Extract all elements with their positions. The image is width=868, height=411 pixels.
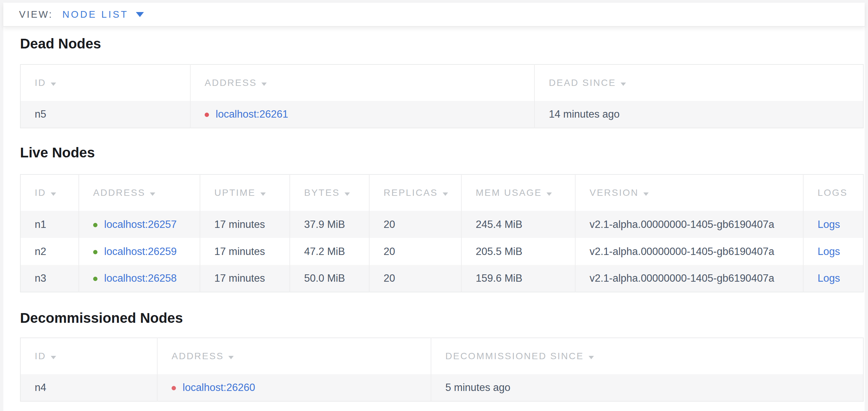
dead-nodes-title: Dead Nodes <box>20 35 850 52</box>
replicas-cell: 20 <box>369 238 461 265</box>
decommissioned-nodes-title: Decommissioned Nodes <box>20 310 850 326</box>
column-header-label: ID <box>35 351 46 361</box>
column-header-label: ADDRESS <box>172 351 224 361</box>
node-address-link[interactable]: localhost:26257 <box>104 218 177 230</box>
column-header-label: DEAD SINCE <box>549 78 616 88</box>
column-header-label: MEM USAGE <box>476 187 542 198</box>
mem-usage-cell: 205.5 MiB <box>461 238 575 265</box>
sort-arrow-icon <box>51 356 56 359</box>
view-bar: VIEW: NODE LIST <box>3 3 865 27</box>
bytes-cell: 47.2 MiB <box>290 238 369 265</box>
version-cell: v2.1-alpha.00000000-1405-gb6190407a <box>575 238 803 265</box>
status-dot-icon <box>93 223 97 227</box>
sort-arrow-icon <box>443 193 448 196</box>
view-label: VIEW: <box>19 9 53 20</box>
live-nodes-title: Live Nodes <box>20 144 850 161</box>
node-address-cell: localhost:26257 <box>79 211 200 238</box>
status-dot-icon <box>93 277 97 281</box>
column-header-address[interactable]: ADDRESS <box>190 64 534 101</box>
column-header-label: DECOMMISSIONED SINCE <box>445 351 584 361</box>
sort-arrow-icon <box>643 193 649 196</box>
table-row: n5 localhost:26261 14 minutes ago <box>20 101 863 128</box>
bytes-cell: 50.0 MiB <box>290 265 369 292</box>
table-row: n3 localhost:26258 17 minutes 50.0 MiB 2… <box>20 265 863 292</box>
logs-link[interactable]: Logs <box>817 218 840 230</box>
node-address-link[interactable]: localhost:26260 <box>183 382 255 393</box>
node-id-cell: n4 <box>20 374 157 401</box>
sort-arrow-icon <box>150 193 155 196</box>
sort-arrow-icon <box>51 83 56 86</box>
node-id-cell: n1 <box>20 211 79 238</box>
logs-link[interactable]: Logs <box>817 245 840 257</box>
version-cell: v2.1-alpha.00000000-1405-gb6190407a <box>575 265 803 292</box>
status-dot-icon <box>205 113 209 117</box>
logs-link[interactable]: Logs <box>817 272 840 284</box>
table-row: n2 localhost:26259 17 minutes 47.2 MiB 2… <box>20 238 863 265</box>
column-header-label: BYTES <box>304 187 340 198</box>
node-address-link[interactable]: localhost:26261 <box>216 108 288 120</box>
uptime-cell: 17 minutes <box>200 211 290 238</box>
view-dropdown-value: NODE LIST <box>62 9 128 20</box>
column-header-dead-since[interactable]: DEAD SINCE <box>534 64 863 101</box>
version-cell: v2.1-alpha.00000000-1405-gb6190407a <box>575 211 803 238</box>
column-header-bytes[interactable]: BYTES <box>290 174 369 211</box>
column-header-label: ADDRESS <box>205 78 257 88</box>
table-header-row: ID ADDRESS DECOMMISSIONED SINCE <box>20 338 863 374</box>
sort-arrow-icon <box>344 193 350 196</box>
node-address-cell: localhost:26259 <box>79 238 200 265</box>
column-header-label: UPTIME <box>214 187 256 198</box>
decommissioned-since-cell: 5 minutes ago <box>431 374 863 401</box>
node-address-cell: localhost:26260 <box>157 374 431 401</box>
node-list-content: Dead Nodes ID ADDRESS DEAD SINCE n5 loca… <box>3 35 865 402</box>
node-address-link[interactable]: localhost:26259 <box>104 245 177 257</box>
column-header-address[interactable]: ADDRESS <box>157 338 431 374</box>
sort-arrow-icon <box>228 356 234 359</box>
logs-cell: Logs <box>803 238 863 265</box>
status-dot-icon <box>93 250 97 254</box>
column-header-uptime[interactable]: UPTIME <box>200 174 290 211</box>
node-address-link[interactable]: localhost:26258 <box>104 272 177 284</box>
column-header-label: LOGS <box>817 187 848 198</box>
uptime-cell: 17 minutes <box>200 265 290 292</box>
column-header-mem-usage[interactable]: MEM USAGE <box>461 174 575 211</box>
decommissioned-nodes-table: ID ADDRESS DECOMMISSIONED SINCE n4 local… <box>20 337 864 402</box>
column-header-label: ADDRESS <box>93 187 145 198</box>
node-id-cell: n3 <box>20 265 79 292</box>
chevron-down-icon <box>136 12 144 17</box>
column-header-decommissioned-since[interactable]: DECOMMISSIONED SINCE <box>431 338 863 374</box>
column-header-address[interactable]: ADDRESS <box>79 174 200 211</box>
node-id-cell: n2 <box>20 238 79 265</box>
dead-nodes-table: ID ADDRESS DEAD SINCE n5 localhost:26261… <box>20 64 864 128</box>
sort-arrow-icon <box>589 356 594 359</box>
column-header-id[interactable]: ID <box>20 174 79 211</box>
page: VIEW: NODE LIST Dead Nodes ID ADDRESS DE… <box>3 3 865 411</box>
mem-usage-cell: 159.6 MiB <box>461 265 575 292</box>
sort-arrow-icon <box>547 193 552 196</box>
replicas-cell: 20 <box>369 265 461 292</box>
column-header-replicas[interactable]: REPLICAS <box>369 174 461 211</box>
dead-since-cell: 14 minutes ago <box>534 101 863 128</box>
column-header-label: REPLICAS <box>383 187 438 198</box>
uptime-cell: 17 minutes <box>200 238 290 265</box>
sort-arrow-icon <box>261 83 267 86</box>
bytes-cell: 37.9 MiB <box>290 211 369 238</box>
table-row: n1 localhost:26257 17 minutes 37.9 MiB 2… <box>20 211 863 238</box>
view-dropdown[interactable]: NODE LIST <box>62 9 144 20</box>
table-header-row: ID ADDRESS UPTIME BYTES REPLICAS MEM USA… <box>20 174 863 211</box>
sort-arrow-icon <box>621 83 626 86</box>
replicas-cell: 20 <box>369 211 461 238</box>
live-nodes-table: ID ADDRESS UPTIME BYTES REPLICAS MEM USA… <box>20 174 864 292</box>
column-header-id[interactable]: ID <box>20 338 157 374</box>
column-header-version[interactable]: VERSION <box>575 174 803 211</box>
mem-usage-cell: 245.4 MiB <box>461 211 575 238</box>
node-id-cell: n5 <box>20 101 190 128</box>
column-header-label: ID <box>35 187 46 198</box>
column-header-id[interactable]: ID <box>20 64 190 101</box>
column-header-label: VERSION <box>590 187 639 198</box>
sort-arrow-icon <box>51 193 56 196</box>
logs-cell: Logs <box>803 211 863 238</box>
logs-cell: Logs <box>803 265 863 292</box>
column-header-logs: LOGS <box>803 174 863 211</box>
node-address-cell: localhost:26258 <box>79 265 200 292</box>
table-header-row: ID ADDRESS DEAD SINCE <box>20 64 863 101</box>
